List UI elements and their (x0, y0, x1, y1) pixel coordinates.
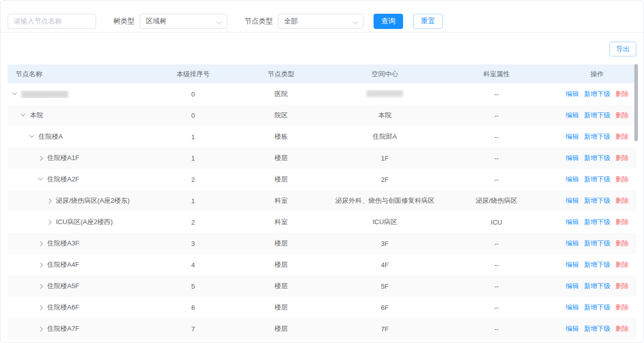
dept-attribute-cell: -- (435, 261, 558, 269)
node-name: 住院楼A6F (47, 303, 79, 312)
delete-link[interactable]: 删除 (616, 239, 629, 248)
edit-link[interactable]: 编辑 (566, 132, 579, 141)
expand-chevron-icon[interactable] (38, 326, 43, 331)
edit-link[interactable]: 编辑 (566, 89, 579, 99)
node-type-cell: 院区 (228, 111, 334, 120)
add-child-link[interactable]: 新增下级 (584, 111, 610, 120)
sort-number-cell: 6 (159, 304, 228, 311)
node-name-cell: 住院楼A5F (8, 282, 159, 291)
operations-cell: 编辑新增下级删除 (558, 303, 636, 312)
add-child-link[interactable]: 新增下级 (584, 153, 610, 163)
collapse-chevron-icon[interactable] (29, 133, 35, 138)
dept-attribute-cell: -- (435, 90, 558, 98)
node-name-cell: 住院楼A7F (8, 324, 159, 333)
delete-link[interactable]: 删除 (616, 111, 629, 120)
reset-button[interactable]: 重置 (413, 14, 443, 29)
export-button[interactable]: 导出 (609, 42, 636, 56)
sort-number-cell: 0 (159, 90, 228, 98)
delete-link[interactable]: 删除 (616, 303, 629, 312)
edit-link[interactable]: 编辑 (566, 196, 579, 205)
edit-link[interactable]: 编辑 (566, 111, 579, 120)
node-name-cell: 住院楼A6F (8, 303, 159, 312)
col-header-operations: 操作 (558, 70, 636, 79)
collapse-chevron-icon[interactable] (38, 175, 43, 180)
col-header-node-name: 节点名称 (8, 70, 159, 79)
add-child-link[interactable]: 新增下级 (584, 324, 610, 333)
node-type-select[interactable]: 全部 (278, 14, 363, 29)
add-child-link[interactable]: 新增下级 (584, 132, 610, 141)
node-name: 泌尿/烧伤病区(A座2楼东) (56, 196, 130, 205)
add-child-link[interactable]: 新增下级 (584, 260, 610, 269)
dept-attribute-cell: -- (435, 112, 558, 119)
vertical-scrollbar-thumb[interactable] (634, 64, 638, 141)
node-name-search-input[interactable] (8, 14, 96, 29)
expand-chevron-icon[interactable] (47, 198, 52, 203)
expand-chevron-icon[interactable] (38, 262, 43, 267)
expand-chevron-icon[interactable] (47, 220, 52, 225)
operations-cell: 编辑新增下级删除 (558, 282, 636, 291)
node-type-cell: 楼层 (228, 153, 334, 163)
delete-link[interactable]: 删除 (616, 175, 629, 184)
delete-link[interactable]: 删除 (616, 282, 629, 291)
delete-link[interactable]: 删除 (616, 217, 629, 227)
filter-bar: 树类型 区域树 节点类型 全部 查询 重置 (1, 1, 643, 32)
collapse-chevron-icon[interactable] (21, 111, 26, 116)
edit-link[interactable]: 编辑 (566, 153, 579, 163)
node-type-cell: 科室 (228, 217, 334, 227)
node-name: 住院楼A (39, 132, 63, 141)
search-button[interactable]: 查询 (374, 14, 403, 29)
edit-link[interactable]: 编辑 (566, 217, 579, 227)
node-name: 住院楼A1F (47, 153, 79, 163)
add-child-link[interactable]: 新增下级 (584, 89, 610, 99)
node-name-cell: 住院楼A3F (8, 239, 159, 248)
delete-link[interactable]: 删除 (616, 260, 629, 269)
edit-link[interactable]: 编辑 (566, 175, 579, 184)
tree-type-value: 区域树 (146, 17, 167, 26)
node-name-cell (8, 90, 159, 98)
delete-link[interactable]: 删除 (616, 196, 629, 205)
chevron-down-icon (217, 19, 222, 24)
space-center-cell: 2F (334, 176, 435, 183)
expand-chevron-icon[interactable] (38, 155, 43, 161)
delete-link[interactable]: 删除 (616, 132, 629, 141)
node-name-cell: 住院楼A (8, 132, 159, 141)
table-row: 住院楼A7F7楼层7F--编辑新增下级删除 (8, 318, 636, 339)
edit-link[interactable]: 编辑 (566, 260, 579, 269)
expand-chevron-icon[interactable] (38, 241, 43, 246)
edit-link[interactable]: 编辑 (566, 282, 579, 291)
dept-attribute-cell: -- (435, 304, 558, 311)
table-row: 住院楼A1F1楼层1F--编辑新增下级删除 (8, 147, 636, 169)
add-child-link[interactable]: 新增下级 (584, 303, 610, 312)
edit-link[interactable]: 编辑 (566, 303, 579, 312)
add-child-link[interactable]: 新增下级 (584, 175, 610, 184)
node-type-cell: 楼层 (228, 175, 334, 184)
tree-type-select[interactable]: 区域树 (140, 14, 227, 29)
operations-cell: 编辑新增下级删除 (558, 217, 636, 227)
table-row: 0医院--编辑新增下级删除 (8, 83, 636, 105)
node-name-cell: 住院楼A4F (8, 260, 159, 269)
collapse-chevron-icon[interactable] (12, 90, 17, 96)
chevron-down-icon (353, 19, 358, 24)
sort-number-cell: 2 (159, 219, 228, 226)
expand-chevron-icon[interactable] (38, 305, 43, 310)
node-name-cell: ICU病区(A座2楼西) (8, 217, 159, 227)
add-child-link[interactable]: 新增下级 (584, 196, 610, 205)
node-type-cell: 楼层 (228, 260, 334, 269)
table-row: 住院楼A4F4楼层4F--编辑新增下级删除 (8, 254, 636, 275)
space-center-cell: 3F (334, 240, 435, 247)
add-child-link[interactable]: 新增下级 (584, 217, 610, 227)
dept-attribute-cell: 泌尿/烧伤病区 (435, 196, 558, 205)
delete-link[interactable]: 删除 (616, 153, 629, 163)
delete-link[interactable]: 删除 (616, 89, 629, 99)
edit-link[interactable]: 编辑 (566, 324, 579, 333)
operations-cell: 编辑新增下级删除 (558, 89, 636, 99)
add-child-link[interactable]: 新增下级 (584, 282, 610, 291)
sort-number-cell: 2 (159, 176, 228, 183)
edit-link[interactable]: 编辑 (566, 239, 579, 248)
delete-link[interactable]: 删除 (616, 324, 629, 333)
add-child-link[interactable]: 新增下级 (584, 239, 610, 248)
node-type-value: 全部 (284, 17, 298, 26)
operations-cell: 编辑新增下级删除 (558, 132, 636, 141)
dept-attribute-cell: -- (435, 240, 558, 247)
expand-chevron-icon[interactable] (38, 284, 43, 289)
